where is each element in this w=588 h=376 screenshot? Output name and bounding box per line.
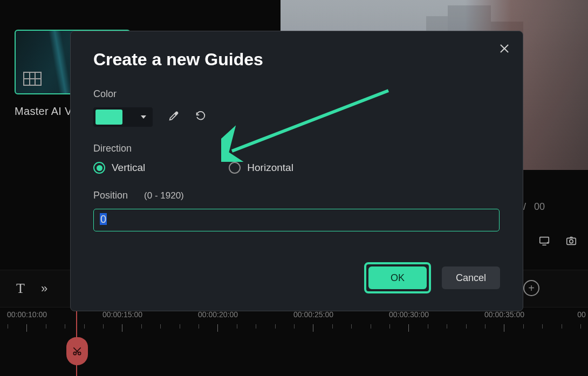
close-icon[interactable] bbox=[498, 42, 511, 55]
reset-icon[interactable] bbox=[195, 110, 207, 124]
radio-vertical[interactable]: Vertical bbox=[93, 162, 145, 174]
eyedropper-icon[interactable] bbox=[168, 110, 180, 124]
color-swatch bbox=[95, 110, 122, 125]
position-label: Position bbox=[93, 190, 128, 201]
cancel-button[interactable]: Cancel bbox=[442, 266, 500, 289]
radio-horizontal-label: Horizontal bbox=[247, 162, 293, 174]
color-label: Color bbox=[93, 88, 500, 100]
position-input[interactable]: 0 bbox=[93, 209, 500, 231]
ok-button[interactable]: OK bbox=[368, 266, 427, 289]
dialog-title: Create a new Guides bbox=[93, 50, 500, 70]
radio-vertical-label: Vertical bbox=[112, 162, 145, 174]
radio-icon bbox=[93, 162, 105, 174]
ok-annotation-highlight: OK bbox=[364, 262, 431, 293]
create-guides-dialog: Create a new Guides Color Direction Vert… bbox=[70, 31, 523, 311]
direction-label: Direction bbox=[93, 143, 500, 154]
radio-horizontal[interactable]: Horizontal bbox=[229, 162, 293, 174]
radio-icon bbox=[229, 162, 241, 174]
chevron-down-icon bbox=[141, 115, 146, 119]
color-picker[interactable] bbox=[93, 107, 153, 127]
position-hint: (0 - 1920) bbox=[144, 190, 184, 201]
position-value: 0 bbox=[100, 213, 107, 225]
